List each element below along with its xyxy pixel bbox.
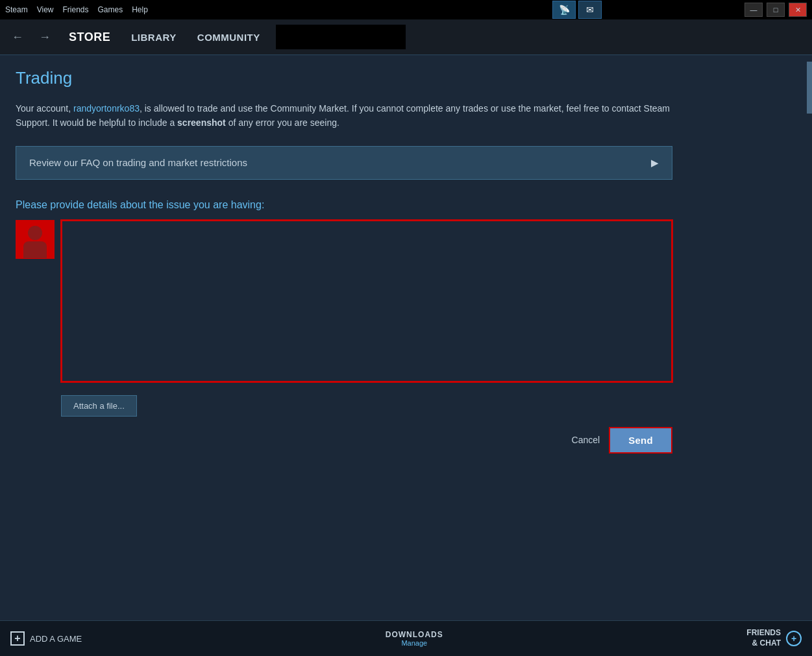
screenshot-bold: screenshot xyxy=(177,117,226,128)
form-label: Please provide details about the issue y… xyxy=(16,199,672,211)
scrollbar-thumb[interactable] xyxy=(807,62,812,114)
title-bar-icons: 📡 ✉ xyxy=(552,1,602,19)
add-game-label: ADD A GAME xyxy=(30,634,82,644)
maximize-button[interactable]: □ xyxy=(767,3,785,17)
comment-area xyxy=(16,220,672,385)
bottom-bar: + ADD A GAME DOWNLOADS Manage FRIENDS & … xyxy=(0,620,812,656)
menu-steam[interactable]: Steam xyxy=(5,5,28,14)
minimize-button[interactable]: — xyxy=(744,3,763,17)
attach-section: Attach a file... xyxy=(16,395,672,417)
title-bar-right: 📡 ✉ — □ ✕ xyxy=(552,1,807,19)
intro-end: of any error you are seeing. xyxy=(226,117,339,128)
add-game-button[interactable]: + ADD A GAME xyxy=(10,631,82,646)
menu-view[interactable]: View xyxy=(37,5,54,14)
title-bar-menu: Steam View Friends Games Help xyxy=(5,5,148,14)
nav-community[interactable]: COMMUNITY xyxy=(190,28,268,47)
menu-help[interactable]: Help xyxy=(132,5,148,14)
downloads-manage-link[interactable]: Manage xyxy=(386,639,443,647)
textarea-wrapper xyxy=(61,220,672,385)
cancel-button[interactable]: Cancel xyxy=(572,435,600,445)
title-bar-left: Steam View Friends Games Help xyxy=(5,5,148,14)
screenshot-box xyxy=(611,1,741,19)
avatar-body xyxy=(23,241,47,258)
avatar xyxy=(16,220,55,259)
issue-textarea[interactable] xyxy=(61,220,672,382)
friends-chat-button[interactable]: FRIENDS & CHAT + xyxy=(746,628,802,648)
back-button[interactable]: ← xyxy=(6,28,29,47)
account-link[interactable]: randyortonrko83 xyxy=(73,103,140,114)
page-title: Trading xyxy=(16,68,672,88)
faq-banner[interactable]: Review our FAQ on trading and market res… xyxy=(16,146,672,180)
avatar-head xyxy=(28,226,42,240)
menu-games[interactable]: Games xyxy=(98,5,123,14)
nav-search-box xyxy=(276,25,406,49)
friends-add-icon: + xyxy=(786,631,802,646)
intro-paragraph: Your account, randyortonrko83, is allowe… xyxy=(16,101,672,130)
friends-chat-label: FRIENDS & CHAT xyxy=(746,628,781,648)
scrollbar[interactable] xyxy=(807,55,812,620)
broadcast-icon[interactable]: 📡 xyxy=(552,1,576,19)
menu-friends[interactable]: Friends xyxy=(62,5,88,14)
form-section: Please provide details about the issue y… xyxy=(16,199,672,467)
action-row: Cancel Send xyxy=(16,427,672,467)
chat-icon[interactable]: ✉ xyxy=(578,1,602,19)
title-bar: Steam View Friends Games Help 📡 ✉ — □ ✕ xyxy=(0,0,812,19)
close-button[interactable]: ✕ xyxy=(789,3,807,17)
avatar-silhouette xyxy=(22,223,48,256)
main-content: Trading Your account, randyortonrko83, i… xyxy=(0,55,688,588)
downloads-section: DOWNLOADS Manage xyxy=(386,630,443,647)
nav-library[interactable]: LIBRARY xyxy=(123,28,184,47)
forward-button[interactable]: → xyxy=(34,28,56,47)
nav-store[interactable]: STORE xyxy=(61,27,118,48)
nav-bar: ← → STORE LIBRARY COMMUNITY xyxy=(0,19,812,55)
add-game-icon: + xyxy=(10,631,25,646)
downloads-label: DOWNLOADS xyxy=(386,630,443,639)
faq-arrow-icon: ▶ xyxy=(651,157,659,169)
intro-before-link: Your account, xyxy=(16,103,73,114)
attach-file-button[interactable]: Attach a file... xyxy=(61,395,137,417)
faq-label: Review our FAQ on trading and market res… xyxy=(29,157,247,168)
send-button[interactable]: Send xyxy=(609,427,672,454)
